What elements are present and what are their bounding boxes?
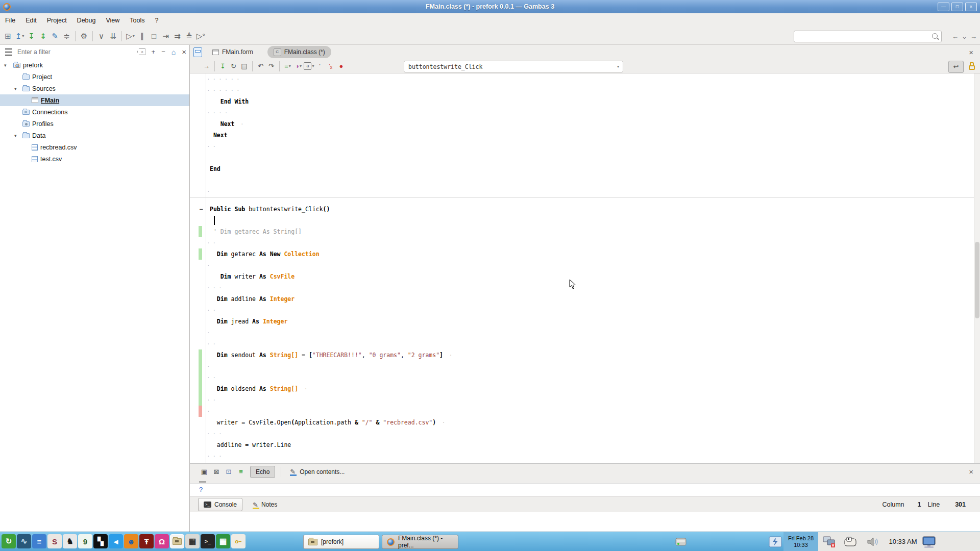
save-button[interactable]: ↧	[217, 61, 228, 72]
launcher-file-search[interactable]	[170, 534, 184, 548]
procedure-combobox[interactable]: buttontestwrite_Click ▾	[404, 61, 623, 72]
open-contents-label[interactable]: Open contents...	[300, 468, 345, 475]
launcher-spreadsheet[interactable]: ▦	[216, 534, 230, 548]
echo-button[interactable]: Echo	[250, 466, 275, 478]
tab-fmain-form[interactable]: FMain.form	[206, 46, 259, 58]
taskbar-clock[interactable]: Fri Feb 28 10:33	[783, 532, 818, 551]
editor-scrollbar[interactable]	[974, 73, 980, 463]
tray-clock[interactable]: 10:33 AM	[887, 538, 919, 545]
chevron-down-icon[interactable]: ▾	[4, 63, 7, 68]
clear-filter-icon[interactable]: ×	[137, 48, 146, 55]
expand-tree-button[interactable]: +	[152, 48, 156, 56]
scrollbar-thumb[interactable]	[975, 242, 979, 318]
launcher-kalgebra[interactable]: Ω	[155, 534, 169, 548]
launcher-circular-app[interactable]: ↻	[2, 534, 16, 548]
step-button[interactable]: ⇥	[160, 30, 172, 42]
code-editor[interactable]: ············ End With···· Next · Next··E…	[190, 73, 980, 463]
close-tab-icon[interactable]: ×	[969, 48, 973, 57]
fold-minus-icon[interactable]: −	[200, 204, 203, 215]
launcher-chess[interactable]: ♞	[63, 534, 77, 548]
hamburger-icon[interactable]	[5, 48, 12, 56]
home-icon[interactable]: ⌂	[172, 48, 176, 56]
run-button[interactable]: ▷▾	[125, 30, 136, 42]
close-console-icon[interactable]: ×	[969, 467, 973, 476]
minimize-button[interactable]: —	[938, 3, 949, 11]
redo-button[interactable]: ↷	[266, 61, 277, 72]
close-button[interactable]: ×	[965, 3, 977, 11]
display-settings-icon[interactable]	[921, 536, 937, 549]
search-input[interactable]	[794, 31, 942, 42]
copy-console-button[interactable]: ⊡	[223, 466, 235, 478]
menu-tools[interactable]: Tools	[125, 13, 150, 28]
goto-button[interactable]: →	[201, 61, 212, 72]
disk-monitor-icon[interactable]	[675, 536, 687, 548]
refactor-button[interactable]: ⚙	[78, 30, 90, 42]
clear-console-button[interactable]: ⊠	[210, 466, 223, 478]
launcher-mysql-workbench[interactable]: ∿	[17, 534, 31, 548]
tab-notes[interactable]: ✎ Notes	[248, 498, 282, 511]
console-output[interactable]: ?	[190, 483, 980, 497]
launcher-s-app[interactable]: S	[47, 534, 62, 548]
menu-edit[interactable]: Edit	[20, 13, 42, 28]
tree-item-project[interactable]: Project	[0, 71, 189, 83]
workspace-switcher-icon[interactable]	[769, 536, 782, 548]
pause-button[interactable]: ∥	[136, 30, 148, 42]
chevron-down-icon[interactable]: ▾	[14, 133, 17, 138]
menu-help[interactable]: ?	[150, 13, 164, 28]
menu-project[interactable]: Project	[42, 13, 72, 28]
properties-button[interactable]: ≑	[61, 30, 72, 42]
tab-fmain-class[interactable]: C FMain.class (*)	[267, 46, 331, 58]
tree-item-profiles[interactable]: Profiles	[0, 118, 189, 130]
tree-item-prefork[interactable]: ▾prefork	[0, 59, 189, 71]
undo-button[interactable]: ↶	[255, 61, 266, 72]
tree-item-test-csv[interactable]: test.csv	[0, 153, 189, 165]
nav-forward-button[interactable]: →	[970, 33, 977, 40]
maximize-button[interactable]: □	[951, 3, 963, 11]
finish-button[interactable]: ≜	[183, 30, 195, 42]
card-reader-icon[interactable]	[844, 536, 857, 548]
uncomment-button[interactable]: ’ₓ	[325, 61, 336, 72]
forward-button[interactable]: ⇉	[172, 30, 183, 42]
launcher-word-processor[interactable]: ≡	[32, 534, 46, 548]
close-sidebar-icon[interactable]: ×	[182, 47, 186, 56]
nav-history-button[interactable]: ⌄	[962, 33, 967, 40]
tab-console[interactable]: >_ Console	[198, 498, 242, 511]
taskbar-window-prefork[interactable]: [prefork]	[303, 535, 379, 549]
tree-item-data[interactable]: ▾Data	[0, 130, 189, 141]
log-button[interactable]: ≡	[235, 466, 247, 478]
theme-palette-button[interactable]: ◑▾	[293, 61, 304, 72]
reload-button[interactable]: ↻	[228, 61, 239, 72]
lock-icon[interactable]	[969, 62, 975, 70]
tree-item-fmain[interactable]: FMain	[0, 94, 189, 106]
menu-debug[interactable]: Debug	[72, 13, 101, 28]
collapse-tree-button[interactable]: −	[161, 48, 165, 56]
view-list-button[interactable]: ≡▾	[282, 61, 293, 72]
run-until-button[interactable]: ▷°	[195, 30, 207, 42]
compile-button[interactable]: ∨	[95, 30, 107, 42]
chevron-down-icon[interactable]: ▾	[14, 86, 17, 91]
class-browser-icon[interactable]	[193, 47, 202, 57]
filter-input[interactable]	[16, 48, 135, 56]
new-file-button[interactable]: ⊞	[2, 30, 14, 42]
launcher-mascot-app[interactable]: ☻	[124, 534, 138, 548]
tree-item-connections[interactable]: Connections	[0, 106, 189, 118]
maximize-console-button[interactable]: ▣	[198, 466, 210, 478]
wrap-toggle-button[interactable]: ↩	[948, 61, 964, 73]
format-button[interactable]: a▾	[304, 61, 314, 72]
compile-all-button[interactable]: ⇊	[107, 30, 119, 42]
launcher-checkers-game[interactable]: ▚	[93, 534, 108, 548]
stop-button[interactable]: □	[148, 30, 160, 42]
volume-icon[interactable]	[866, 536, 880, 548]
launcher-key-manager[interactable]: o–	[231, 534, 246, 548]
tree-item-sources[interactable]: ▾Sources	[0, 83, 189, 94]
launcher-chinese-dictionary[interactable]: Ŧ	[139, 534, 154, 548]
edit-button[interactable]: ✎	[49, 30, 61, 42]
launcher-calculator[interactable]: ▦	[185, 534, 200, 548]
save-all-button[interactable]: ⇟	[37, 30, 49, 42]
tree-item-recbread-csv[interactable]: recbread.csv	[0, 141, 189, 153]
breakpoint-hand-button[interactable]: ●	[336, 61, 347, 72]
edit-pencil-icon[interactable]: ✎	[290, 468, 296, 475]
taskbar-window-gambas[interactable]: FMain.class (*) - pref...	[382, 535, 458, 549]
open-project-button[interactable]: ↥▾	[14, 30, 26, 42]
launcher-vscode[interactable]: ◄	[109, 534, 123, 548]
